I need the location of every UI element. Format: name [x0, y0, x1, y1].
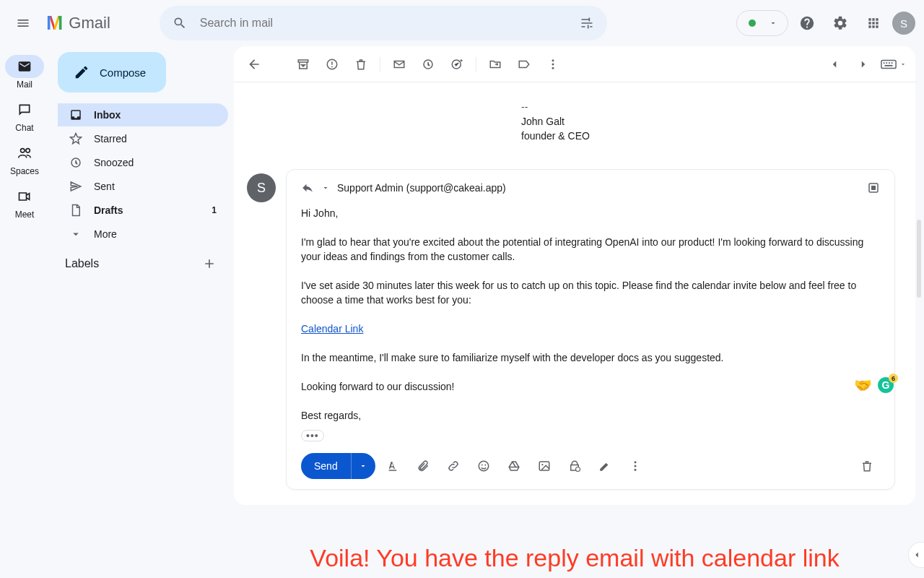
trash-icon	[354, 58, 367, 71]
sidebar-item-inbox[interactable]: Inbox	[58, 103, 228, 126]
apps-button[interactable]	[859, 9, 888, 38]
add-label-button[interactable]	[202, 256, 217, 271]
attach-button[interactable]	[410, 453, 436, 479]
grammarly-icon[interactable]: G6	[878, 377, 894, 393]
search-button[interactable]	[165, 9, 194, 38]
labels-button[interactable]	[510, 50, 539, 79]
pencil-icon	[74, 64, 90, 80]
back-button[interactable]	[240, 50, 269, 79]
svg-point-7	[552, 66, 554, 69]
account-avatar[interactable]: S	[892, 12, 915, 35]
mini-nav-meet[interactable]: Meet	[5, 185, 44, 220]
settings-button[interactable]	[826, 9, 855, 38]
main-area: -- John Galt founder & CEO S Support Adm…	[234, 46, 915, 578]
reply-type-button[interactable]	[301, 181, 314, 194]
svg-rect-10	[886, 62, 887, 64]
emoji-icon	[477, 460, 490, 473]
handshake-icon[interactable]: 🤝	[854, 376, 872, 394]
mark-unread-button[interactable]	[385, 50, 414, 79]
message-toolbar	[234, 46, 915, 82]
newer-button[interactable]	[820, 50, 849, 79]
pen-icon	[598, 460, 611, 473]
svg-rect-9	[884, 62, 885, 64]
mini-nav-chat[interactable]: Chat	[5, 98, 44, 133]
calendar-link[interactable]: Calendar Link	[301, 323, 363, 335]
insert-link-button[interactable]	[440, 453, 466, 479]
sidebar-item-sent[interactable]: Sent	[58, 175, 228, 198]
reply-icon	[301, 181, 314, 194]
add-task-button[interactable]	[443, 50, 471, 79]
main-menu-button[interactable]	[9, 9, 38, 38]
sidebar-item-drafts[interactable]: Drafts 1	[58, 199, 228, 222]
send-button[interactable]: Send	[301, 453, 375, 479]
gmail-logo[interactable]: M Gmail	[46, 13, 110, 33]
quoted-sig-dashes: --	[521, 100, 915, 114]
formatting-button[interactable]	[380, 453, 406, 479]
message-panel: -- John Galt founder & CEO S Support Adm…	[234, 46, 915, 505]
snooze-button[interactable]	[414, 50, 443, 79]
older-button[interactable]	[849, 50, 878, 79]
signature-button[interactable]	[592, 453, 618, 479]
attachment-icon	[417, 460, 430, 473]
scrollbar-thumb[interactable]	[917, 220, 921, 298]
clock-icon	[69, 156, 82, 169]
archive-button[interactable]	[289, 50, 318, 79]
status-pill[interactable]	[736, 10, 788, 36]
popout-button[interactable]	[867, 181, 880, 194]
annotation-caption: Voila! You have the reply email with cal…	[234, 544, 915, 572]
show-trimmed-button[interactable]: •••	[301, 430, 324, 441]
compose-button[interactable]: Compose	[58, 52, 166, 92]
svg-rect-11	[889, 62, 890, 64]
compose-more-button[interactable]	[622, 453, 648, 479]
folder-move-icon	[489, 58, 502, 71]
image-icon	[538, 460, 551, 473]
reply-type-dropdown[interactable]	[321, 184, 330, 192]
sidebar-item-snoozed[interactable]: Snoozed	[58, 151, 228, 174]
search-bar[interactable]	[160, 6, 607, 40]
svg-point-18	[481, 465, 483, 466]
mini-nav-mail[interactable]: Mail	[5, 55, 44, 90]
compose-row: S Support Admin (support@cakeai.app) Hi …	[234, 169, 915, 490]
inbox-icon	[69, 108, 82, 121]
svg-point-19	[484, 465, 486, 466]
move-to-button[interactable]	[481, 50, 510, 79]
labels-heading: Labels	[65, 257, 99, 270]
text-format-icon	[386, 460, 399, 473]
labels-heading-row: Labels	[58, 246, 228, 271]
svg-point-21	[541, 464, 543, 465]
confidential-button[interactable]	[562, 453, 588, 479]
quoted-sig-title: founder & CEO	[521, 129, 915, 143]
mini-nav-spaces[interactable]: Spaces	[5, 142, 44, 176]
send-options-button[interactable]	[351, 453, 375, 479]
search-input[interactable]	[194, 17, 572, 30]
discard-draft-button[interactable]	[854, 453, 880, 479]
reply-card: Support Admin (support@cakeai.app) Hi Jo…	[286, 169, 895, 490]
gmail-m-icon: M	[46, 13, 63, 33]
sidebar-item-starred[interactable]: Starred	[58, 127, 228, 150]
mini-nav: Mail Chat Spaces Meet	[0, 46, 49, 578]
add-task-icon	[450, 58, 463, 71]
insert-photo-button[interactable]	[531, 453, 557, 479]
svg-rect-16	[388, 470, 396, 471]
sidebar-item-more[interactable]: More	[58, 223, 228, 246]
chat-icon	[17, 103, 32, 117]
hamburger-icon	[16, 16, 30, 30]
report-spam-icon	[326, 58, 339, 71]
caret-down-icon	[321, 184, 330, 192]
search-options-button[interactable]	[572, 9, 601, 38]
svg-point-5	[552, 59, 554, 61]
toolbar-divider	[476, 57, 476, 72]
chevron-down-icon	[69, 228, 82, 241]
chevron-right-icon	[857, 58, 870, 71]
spam-button[interactable]	[318, 50, 346, 79]
recipient-line[interactable]: Support Admin (support@cakeai.app)	[337, 182, 506, 194]
delete-button[interactable]	[346, 50, 375, 79]
emoji-button[interactable]	[471, 453, 497, 479]
compose-body[interactable]: Hi John, I'm glad to hear that you're ex…	[301, 206, 880, 443]
more-actions-button[interactable]	[539, 50, 567, 79]
support-button[interactable]	[793, 9, 821, 38]
keyboard-icon	[881, 59, 897, 69]
svg-point-22	[575, 467, 580, 472]
input-tools-button[interactable]	[878, 50, 910, 79]
drive-button[interactable]	[501, 453, 527, 479]
